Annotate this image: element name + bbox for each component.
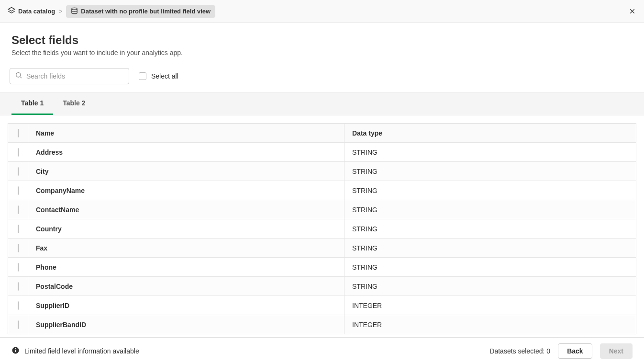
table-row[interactable]: CountrySTRING	[8, 219, 636, 239]
tabs: Table 1Table 2	[0, 92, 644, 115]
row-checkbox-cell	[8, 296, 28, 315]
row-type: INTEGER	[344, 315, 636, 334]
row-name: Fax	[28, 239, 344, 258]
row-checkbox[interactable]	[18, 301, 19, 310]
row-checkbox[interactable]	[18, 320, 19, 329]
row-type: STRING	[344, 162, 636, 181]
tab-table-2[interactable]: Table 2	[53, 92, 95, 115]
row-name: Address	[28, 143, 344, 162]
search-icon	[15, 71, 22, 81]
row-name: City	[28, 162, 344, 181]
row-type: STRING	[344, 239, 636, 258]
next-button: Next	[600, 343, 633, 359]
table-row[interactable]: CitySTRING	[8, 162, 636, 181]
row-type: STRING	[344, 200, 636, 219]
table-row[interactable]: AddressSTRING	[8, 143, 636, 162]
header-name[interactable]: Name	[28, 124, 344, 143]
page-subtitle: Select the fields you want to include in…	[11, 49, 633, 57]
svg-point-8	[15, 348, 16, 349]
row-checkbox[interactable]	[18, 282, 19, 291]
info-icon	[11, 346, 20, 356]
table-container: Name Data type AddressSTRINGCitySTRINGCo…	[0, 115, 644, 337]
row-checkbox-cell	[8, 143, 28, 162]
breadcrumb-current[interactable]: Dataset with no profile but limited fiel…	[66, 5, 215, 18]
select-all-label: Select all	[151, 72, 178, 80]
tabs-container: Table 1Table 2	[0, 92, 644, 115]
row-checkbox[interactable]	[18, 148, 19, 157]
row-name: SupplierBandID	[28, 315, 344, 334]
row-type: STRING	[344, 219, 636, 239]
row-checkbox-cell	[8, 219, 28, 239]
table-row[interactable]: SupplierIDINTEGER	[8, 296, 636, 315]
select-all[interactable]: Select all	[139, 72, 178, 80]
row-type: INTEGER	[344, 296, 636, 315]
top-bar: Data catalog > Dataset with no profile b…	[0, 0, 644, 23]
row-checkbox-cell	[8, 315, 28, 334]
search-box[interactable]	[10, 68, 129, 84]
row-checkbox-cell	[8, 277, 28, 296]
row-checkbox[interactable]	[18, 244, 19, 252]
svg-line-5	[20, 77, 22, 78]
svg-marker-0	[8, 7, 14, 11]
footer-actions: Datasets selected: 0 Back Next	[489, 343, 633, 359]
row-checkbox-cell	[8, 162, 28, 181]
row-name: ContactName	[28, 200, 344, 219]
row-checkbox[interactable]	[18, 167, 19, 176]
row-type: STRING	[344, 258, 636, 277]
row-name: PostalCode	[28, 277, 344, 296]
tab-table-1[interactable]: Table 1	[11, 92, 53, 115]
svg-point-4	[16, 73, 21, 77]
page-title: Select fields	[11, 34, 633, 47]
row-type: STRING	[344, 181, 636, 200]
footer-info-text: Limited field level information availabl…	[24, 347, 139, 355]
search-input[interactable]	[26, 72, 124, 80]
footer-bar: Limited field level information availabl…	[0, 337, 644, 364]
breadcrumb: Data catalog > Dataset with no profile b…	[8, 5, 215, 18]
row-checkbox[interactable]	[18, 205, 19, 214]
fields-table: Name Data type AddressSTRINGCitySTRINGCo…	[8, 123, 636, 334]
table-row[interactable]: PhoneSTRING	[8, 258, 636, 277]
breadcrumb-root[interactable]: Data catalog	[8, 7, 55, 16]
row-checkbox-cell	[8, 181, 28, 200]
breadcrumb-current-label: Dataset with no profile but limited fiel…	[81, 8, 211, 15]
row-checkbox-cell	[8, 258, 28, 277]
row-checkbox[interactable]	[18, 225, 19, 233]
table-row[interactable]: SupplierBandIDINTEGER	[8, 315, 636, 334]
svg-point-1	[72, 8, 77, 10]
table-row[interactable]: FaxSTRING	[8, 239, 636, 258]
table-row[interactable]: PostalCodeSTRING	[8, 277, 636, 296]
row-checkbox-cell	[8, 200, 28, 219]
page-header: Select fields Select the fields you want…	[0, 23, 644, 62]
header-checkbox[interactable]	[18, 129, 19, 137]
database-icon	[71, 7, 78, 16]
close-button[interactable]	[628, 7, 636, 16]
row-checkbox[interactable]	[18, 263, 19, 272]
row-type: STRING	[344, 143, 636, 162]
header-checkbox-cell	[8, 124, 28, 143]
row-checkbox-cell	[8, 239, 28, 258]
back-button[interactable]: Back	[558, 343, 592, 359]
row-name: CompanyName	[28, 181, 344, 200]
controls-row: Select all	[0, 62, 644, 92]
close-icon	[628, 7, 636, 15]
footer-info: Limited field level information availabl…	[11, 346, 139, 356]
table-row[interactable]: CompanyNameSTRING	[8, 181, 636, 200]
breadcrumb-root-label: Data catalog	[18, 8, 55, 15]
layers-icon	[8, 7, 15, 16]
row-checkbox[interactable]	[18, 186, 19, 195]
row-name: Phone	[28, 258, 344, 277]
header-type[interactable]: Data type	[344, 124, 636, 143]
table-header-row: Name Data type	[8, 124, 636, 143]
breadcrumb-separator: >	[59, 8, 62, 15]
table-row[interactable]: ContactNameSTRING	[8, 200, 636, 219]
row-type: STRING	[344, 277, 636, 296]
select-all-checkbox[interactable]	[139, 72, 146, 80]
datasets-selected-label: Datasets selected: 0	[489, 347, 550, 355]
row-name: Country	[28, 219, 344, 239]
row-name: SupplierID	[28, 296, 344, 315]
